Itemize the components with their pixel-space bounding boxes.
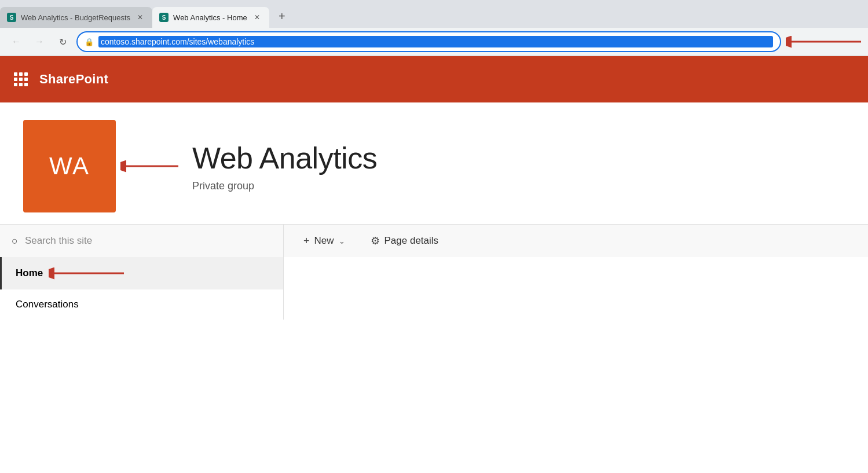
site-type: Private group [192,180,377,192]
tab-budget-label: Web Analytics - BudgetRequests [21,13,130,22]
tab-budget-close[interactable]: ✕ [135,12,145,23]
back-button[interactable]: ← [7,32,25,51]
forward-button[interactable]: → [30,32,49,51]
nav-conversations-label: Conversations [16,299,79,310]
sharepoint-logo-text: SharePoint [39,72,108,87]
tab-home-close[interactable]: ✕ [252,12,262,23]
new-tab-button[interactable]: + [272,6,292,27]
search-area[interactable]: ○ Search this site [0,225,284,257]
address-bar[interactable]: 🔒 contoso.sharepoint.com/sites/webanalyt… [76,31,781,52]
site-logo-text: WA [49,152,90,180]
tab-home-label: Web Analytics - Home [173,13,247,22]
content-area: Home Conversations [0,257,868,320]
arrow-annotation-address [786,33,861,50]
search-placeholder: Search this site [25,235,92,247]
grid-dot [19,72,23,76]
grid-dot [24,78,28,81]
grid-dot [14,72,17,76]
site-logo: WA [23,120,116,212]
nav-item-home[interactable]: Home [0,257,283,289]
site-header: WA Web Analytics Private group [0,102,868,212]
grid-dot [14,83,17,86]
new-button-label: New [314,235,334,247]
page-details-button[interactable]: ⚙ Page details [365,231,445,251]
toolbar-actions: + New ⌄ ⚙ Page details [284,225,458,257]
search-icon: ○ [12,235,18,247]
site-info: Web Analytics Private group [192,141,377,192]
grid-dot [24,72,28,76]
left-nav: Home Conversations [0,257,284,320]
page-details-label: Page details [384,235,439,247]
site-name: Web Analytics [192,141,377,175]
arrow-annotation-logo [120,157,178,175]
grid-dot [19,83,23,86]
tab-budget[interactable]: S Web Analytics - BudgetRequests ✕ [0,7,152,28]
sharepoint-header: SharePoint [0,56,868,102]
grid-dot [14,78,17,81]
app-launcher-button[interactable] [14,72,28,86]
address-bar-row: ← → ↻ 🔒 contoso.sharepoint.com/sites/web… [0,28,868,56]
grid-dot [24,83,28,86]
new-chevron-icon: ⌄ [339,237,345,245]
tab-bar: S Web Analytics - BudgetRequests ✕ S Web… [0,0,868,28]
main-content [284,257,868,320]
grid-dot [19,78,23,81]
tab-home[interactable]: S Web Analytics - Home ✕ [152,7,269,28]
plus-icon: + [303,235,310,247]
arrow-annotation-home [49,266,124,280]
nav-home-label: Home [16,267,43,279]
toolbar-row: ○ Search this site + New ⌄ ⚙ Page detail… [0,224,868,257]
tab-home-favicon: S [159,13,169,22]
gear-icon: ⚙ [371,234,380,247]
new-button[interactable]: + New ⌄ [298,232,351,251]
tab-budget-favicon: S [7,13,16,22]
reload-button[interactable]: ↻ [53,32,72,51]
lock-icon: 🔒 [85,38,94,46]
browser-chrome: S Web Analytics - BudgetRequests ✕ S Web… [0,0,868,56]
nav-item-conversations[interactable]: Conversations [0,289,283,320]
address-text: contoso.sharepoint.com/sites/webanalytic… [98,36,773,47]
